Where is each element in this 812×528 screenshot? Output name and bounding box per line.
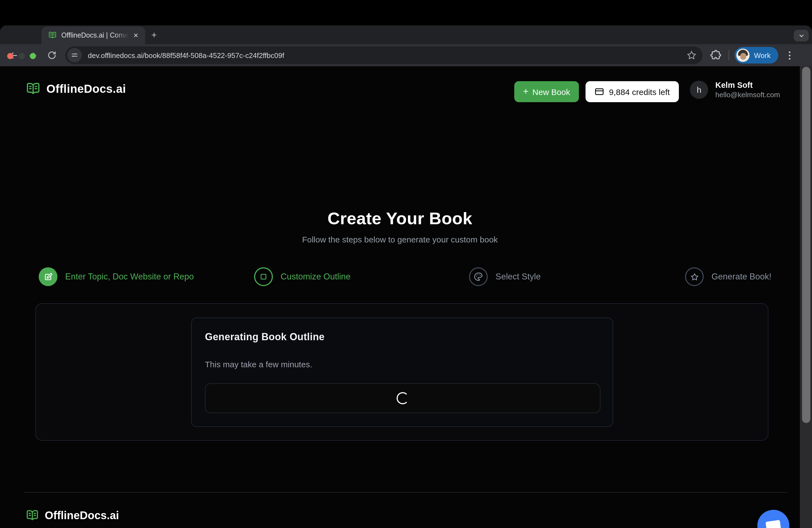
chevron-down-icon (798, 32, 804, 39)
credits-button[interactable]: 9,884 credits left (585, 81, 679, 102)
browser-menu-button[interactable] (784, 48, 795, 62)
step-generate-book: Generate Book! (685, 267, 771, 286)
profile-avatar (736, 48, 750, 62)
step3-circle (469, 267, 488, 286)
user-info: Kelm Soft hello@kelmsoft.com (715, 80, 780, 100)
reload-button[interactable] (45, 48, 59, 62)
window-controls (7, 53, 36, 59)
page-subtitle: Follow the steps below to generate your … (0, 235, 800, 244)
offlinedocs-favicon-book-icon (48, 31, 57, 40)
edit-icon (43, 272, 53, 281)
browser-toolbar: dev.offlinedocs.ai/book/88f58f4f-508a-45… (0, 44, 812, 66)
credits-label: 9,884 credits left (609, 87, 670, 97)
chat-bubble-icon (766, 520, 781, 528)
panel-title: Generating Book Outline (205, 332, 599, 343)
page-title: Create Your Book (0, 209, 800, 229)
tab-strip: OfflineDocs.ai | Convert Tech ✕ + (0, 25, 812, 44)
bookmark-star-icon[interactable] (686, 50, 697, 61)
plus-icon: + (523, 86, 528, 97)
footer-brand-name: OfflineDocs.ai (45, 509, 119, 522)
toolbar-divider (729, 50, 729, 60)
user-avatar: h (690, 81, 708, 99)
new-book-label: New Book (533, 87, 570, 97)
credit-card-icon (595, 87, 605, 97)
step-select-style: Select Style (469, 267, 685, 286)
brand-name: OfflineDocs.ai (46, 82, 126, 96)
step-enter-topic: Enter Topic, Doc Website or Repo (39, 267, 254, 286)
generating-outline-panel: Generating Book Outline This may take a … (191, 318, 613, 427)
extensions-puzzle-icon[interactable] (710, 49, 722, 61)
window-minimize-button[interactable] (18, 53, 25, 59)
address-bar[interactable]: dev.offlinedocs.ai/book/88f58f4f-508a-45… (65, 46, 702, 64)
square-icon (259, 272, 268, 281)
profile-label: Work (754, 51, 771, 59)
footer-divider (24, 492, 788, 493)
tab-title: OfflineDocs.ai | Convert Tech (61, 31, 130, 39)
reload-icon (47, 50, 57, 60)
site-settings-tune-icon (71, 52, 78, 59)
footer-logo[interactable]: OfflineDocs.ai (25, 509, 119, 523)
palette-icon (474, 272, 483, 282)
tab-search-button[interactable] (794, 30, 809, 41)
user-email: hello@kelmsoft.com (715, 91, 780, 100)
new-tab-button[interactable]: + (148, 29, 160, 41)
window-close-button[interactable] (7, 53, 13, 59)
site-logo[interactable]: OfflineDocs.ai (25, 81, 126, 97)
step2-circle (254, 267, 273, 286)
url-text[interactable]: dev.offlinedocs.ai/book/88f58f4f-508a-45… (88, 51, 686, 59)
user-menu[interactable]: h Kelm Soft hello@kelmsoft.com (690, 80, 780, 100)
browser-window: OfflineDocs.ai | Convert Tech ✕ + (0, 25, 812, 528)
window-zoom-button[interactable] (30, 53, 36, 59)
book-wizard-card: Generating Book Outline This may take a … (35, 303, 768, 441)
step2-label: Customize Outline (280, 272, 350, 282)
panel-hint: This may take a few minutes. (205, 360, 599, 369)
page-content: OfflineDocs.ai + New Book 9,884 credits … (0, 66, 800, 528)
step4-circle (685, 267, 704, 286)
outline-loading-box (205, 383, 600, 413)
step-customize-outline: Customize Outline (254, 267, 469, 286)
open-book-icon (25, 509, 39, 523)
tab-close-icon[interactable]: ✕ (131, 30, 141, 40)
step4-label: Generate Book! (711, 272, 771, 282)
scrollbar-thumb[interactable] (802, 67, 810, 423)
user-name: Kelm Soft (715, 80, 780, 91)
step-indicator: Enter Topic, Doc Website or Repo Customi… (39, 267, 771, 286)
page-scrollbar[interactable] (800, 66, 812, 528)
step1-label: Enter Topic, Doc Website or Repo (65, 272, 194, 282)
screen: OfflineDocs.ai | Convert Tech ✕ + (0, 0, 812, 528)
new-book-button[interactable]: + New Book (514, 81, 579, 102)
step1-circle (39, 267, 57, 286)
step3-label: Select Style (495, 272, 541, 282)
site-settings-button[interactable] (68, 48, 82, 62)
chat-widget-button[interactable] (757, 510, 789, 528)
browser-tab[interactable]: OfflineDocs.ai | Convert Tech ✕ (41, 27, 145, 44)
loading-spinner-icon (396, 392, 409, 404)
open-book-icon (25, 81, 41, 97)
browser-profile-button[interactable]: Work (735, 47, 778, 63)
star-icon (690, 272, 699, 281)
site-header: OfflineDocs.ai + New Book 9,884 credits … (0, 66, 800, 117)
